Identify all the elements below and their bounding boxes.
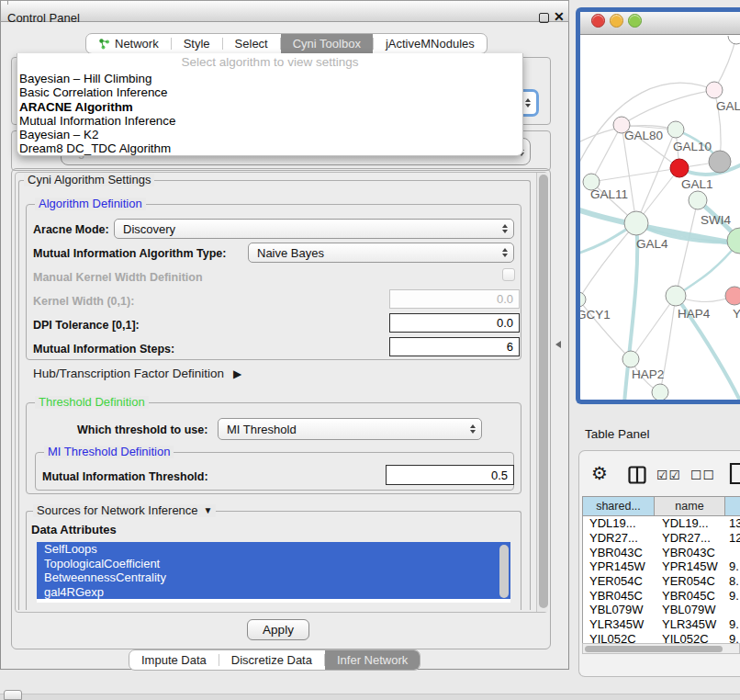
control-panel-titlebar[interactable] (0, 0, 569, 22)
deselect-all-checkboxes-icon[interactable]: ☐☐ (690, 468, 715, 482)
attribute-item-betweennesscentrality[interactable]: BetweennessCentrality (37, 570, 510, 585)
table-row[interactable]: YER054CYER054C8. (583, 574, 740, 589)
select-all-checkboxes-icon[interactable]: ☑☑ (656, 468, 681, 482)
window-edge-tick (7, 0, 8, 5)
table-cell: YPR145W (656, 559, 726, 573)
network-graph-canvas[interactable]: GALGAL80GAL10GAL1GAL11SWI4GAL4GCY1HAP4YH… (580, 36, 740, 400)
sources-legend[interactable]: Sources for Network Inference ▼ (33, 504, 216, 517)
svg-text:GAL4: GAL4 (636, 237, 668, 251)
collapse-down-icon[interactable]: ▼ (204, 504, 213, 517)
restore-panel-icon[interactable] (4, 690, 22, 700)
algorithm-option-bayesian-k2[interactable]: Bayesian – K2 (17, 128, 522, 141)
tab-label: Cyni Toolbox (293, 37, 361, 51)
table-cell: 9. (726, 589, 740, 603)
column-header-name[interactable]: name (655, 496, 725, 516)
attribute-item-gal4rgexp[interactable]: gal4RGexp (37, 585, 510, 600)
table-scrollbar-thumb[interactable] (585, 646, 723, 652)
table-cell: YBL079W (583, 603, 656, 616)
table-cell: YBL079W (656, 603, 726, 616)
mi-algorithm-type-combobox[interactable]: Naive Bayes (248, 243, 514, 263)
table-row[interactable]: YDL19...YDL19...13 (583, 516, 740, 531)
table-cell: YBR043C (656, 546, 726, 559)
tab-network[interactable]: Network (86, 34, 171, 53)
gear-icon[interactable]: ⚙ (591, 462, 608, 484)
table-row[interactable]: YLR345WYLR345W9. (583, 617, 740, 632)
column-header-shared[interactable]: shared... (582, 496, 655, 516)
table-cell: YDL19... (656, 516, 726, 530)
svg-text:GAL80: GAL80 (624, 129, 663, 142)
mi-threshold-field[interactable]: 0.5 (386, 465, 514, 485)
tab-discretize-data[interactable]: Discretize Data (219, 650, 324, 670)
algorithm-option-basic-correlation-inference[interactable]: Basic Correlation Inference (17, 85, 522, 99)
attributes-list-scrollbar-thumb[interactable] (499, 545, 509, 598)
table-cell: 8. (726, 574, 740, 588)
table-cell: YER054C (656, 574, 726, 588)
tab-cyni-toolbox[interactable]: Cyni Toolbox (281, 34, 373, 53)
tab-impute-data[interactable]: Impute Data (129, 650, 219, 670)
table-cell: 9. (726, 559, 740, 573)
mi-algorithm-type-value: Naive Bayes (257, 246, 324, 260)
document-icon[interactable] (729, 462, 740, 485)
mi-threshold-label: Mutual Information Threshold: (42, 470, 208, 483)
algorithm-option-mutual-information-inference[interactable]: Mutual Information Inference (17, 114, 522, 128)
manual-kernel-checkbox[interactable] (502, 268, 515, 281)
algorithm-dropdown-popup: Select algorithm to view settings Bayesi… (17, 53, 523, 156)
close-icon[interactable]: ✕ (554, 9, 565, 24)
expand-right-icon[interactable]: ▶ (233, 367, 241, 380)
mi-steps-field[interactable]: 6 (389, 337, 520, 356)
algorithm-option-dream8-dc-tdc-algorithm[interactable]: Dream8 DC_TDC Algorithm (17, 141, 522, 155)
combo-stepper-icon (470, 424, 476, 434)
aracne-mode-combobox[interactable]: Discovery (114, 219, 514, 239)
zoom-traffic-light-icon[interactable] (628, 14, 642, 28)
table-row[interactable]: YBR045CYBR045C9. (583, 588, 740, 603)
manual-kernel-label: Manual Kernel Width Definition (33, 271, 203, 284)
table-row[interactable]: YDR27...YDR27...12 (583, 531, 740, 546)
dpi-tolerance-label: DPI Tolerance [0,1]: (33, 319, 140, 332)
algorithm-option-bayesian-hill-climbing[interactable]: Bayesian – Hill Climbing (17, 72, 522, 85)
svg-text:HAP4: HAP4 (678, 307, 711, 321)
which-threshold-combobox[interactable]: MI Threshold (218, 418, 482, 440)
combo-stepper-icon (525, 98, 531, 107)
table-cell: YIL052C (656, 632, 726, 643)
algorithm-option-aracne-algorithm[interactable]: ARACNE Algorithm (17, 100, 522, 114)
dpi-tolerance-field[interactable]: 0.0 (389, 313, 520, 333)
table-row[interactable]: YPR145WYPR145W9. (583, 559, 740, 574)
table-row[interactable]: YBR043CYBR043C (583, 545, 740, 559)
data-attributes-list[interactable]: SelfLoopsTopologicalCoefficientBetweenne… (37, 542, 510, 603)
tab-infer-network[interactable]: Infer Network (325, 650, 420, 670)
svg-text:SWI4: SWI4 (701, 213, 731, 227)
table-cell: YDR27... (656, 531, 726, 545)
tab-label: Impute Data (141, 653, 207, 667)
settings-scrollbar[interactable] (536, 173, 548, 612)
float-window-icon[interactable] (539, 13, 549, 23)
table-cell: YBR045C (583, 589, 656, 603)
dropdown-prompt: Select algorithm to view settings (17, 53, 522, 72)
tab-jactivemnodules[interactable]: jActiveMNodules (374, 34, 487, 53)
panel-splitter-arrow-icon[interactable] (555, 341, 561, 348)
tab-select[interactable]: Select (223, 34, 280, 53)
control-panel-bottom-tabbar: Impute DataDiscretize DataInfer Network (129, 649, 420, 671)
table-row[interactable]: YIL052CYIL052C9. (583, 632, 740, 644)
table-cell: YBR045C (656, 589, 726, 603)
hub-definition-section[interactable]: Hub/Transcription Factor Definition ▶ (33, 367, 241, 380)
minimize-traffic-light-icon[interactable] (610, 14, 623, 28)
control-panel-title: Control Panel (7, 11, 80, 25)
mi-steps-label: Mutual Information Steps: (33, 343, 174, 356)
tab-label: Infer Network (337, 653, 408, 667)
tab-label: Discretize Data (231, 653, 312, 667)
columns-icon[interactable] (628, 466, 646, 484)
kernel-width-field[interactable]: 0.0 (389, 289, 520, 309)
close-traffic-light-icon[interactable] (591, 14, 605, 28)
tab-label: Style (184, 37, 210, 51)
settings-scrollbar-thumb[interactable] (539, 175, 548, 608)
table-row[interactable]: YBL079WYBL079W (583, 603, 740, 617)
column-header-2[interactable] (725, 496, 740, 516)
tab-style[interactable]: Style (172, 34, 222, 53)
control-panel-tabbar: NetworkStyleSelectCyni ToolboxjActiveMNo… (85, 33, 488, 54)
attribute-item-selfloops[interactable]: SelfLoops (37, 542, 510, 557)
table-cell: YLR345W (583, 617, 656, 631)
which-threshold-label: Which threshold to use: (77, 423, 207, 436)
table-horizontal-scrollbar[interactable] (582, 643, 740, 654)
apply-button[interactable]: Apply (247, 619, 309, 640)
attribute-item-topologicalcoefficient[interactable]: TopologicalCoefficient (37, 557, 510, 571)
